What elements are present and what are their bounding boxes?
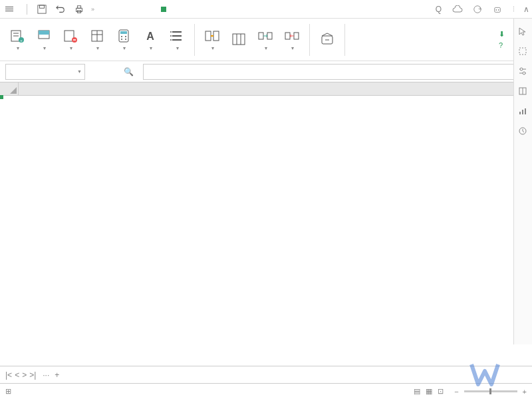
svg-rect-54 bbox=[525, 108, 526, 114]
format-icon bbox=[89, 28, 105, 44]
ribbon-toc[interactable]: ▾ bbox=[165, 28, 189, 51]
svg-point-23 bbox=[121, 36, 122, 37]
lookup-icon[interactable]: 🔍 bbox=[124, 67, 134, 76]
cursor-icon[interactable] bbox=[518, 27, 529, 37]
ribbon-fill[interactable]: ▾ bbox=[32, 28, 56, 51]
menu-left: » bbox=[3, 3, 94, 16]
svg-point-48 bbox=[520, 68, 523, 70]
robot-icon[interactable] bbox=[491, 3, 504, 16]
tab-member[interactable] bbox=[154, 7, 160, 12]
svg-point-25 bbox=[121, 39, 122, 40]
svg-point-26 bbox=[125, 39, 126, 40]
side-panel bbox=[513, 19, 532, 344]
svg-rect-3 bbox=[77, 5, 80, 8]
splittbl-icon bbox=[284, 28, 300, 44]
tab-layout[interactable] bbox=[114, 7, 120, 12]
ribbon-delete[interactable]: ▾ bbox=[59, 28, 82, 51]
help-link[interactable]: ⬇ bbox=[499, 30, 507, 39]
ribbon-divider bbox=[194, 24, 195, 56]
feedback-link[interactable]: ? bbox=[499, 41, 507, 49]
svg-point-32 bbox=[170, 35, 172, 37]
tab-view[interactable] bbox=[141, 7, 146, 12]
svg-rect-45 bbox=[519, 48, 526, 55]
svg-point-24 bbox=[125, 36, 126, 37]
active-cell-outline bbox=[0, 96, 3, 98]
status-bar: ⊞ ▤ ▦ ⊡ − + bbox=[0, 383, 532, 399]
search-box[interactable]: Q bbox=[436, 5, 444, 14]
sheet-first-icon[interactable]: |< bbox=[5, 370, 12, 380]
tab-formula[interactable] bbox=[121, 7, 126, 12]
more-icon[interactable]: ⋮ bbox=[511, 6, 517, 13]
fill-icon bbox=[36, 28, 52, 44]
formula-input[interactable] bbox=[143, 64, 527, 80]
status-mode-icon[interactable]: ⊞ bbox=[5, 387, 11, 396]
tab-dev[interactable] bbox=[148, 7, 153, 12]
svg-point-31 bbox=[170, 31, 172, 33]
calc-icon bbox=[116, 28, 132, 44]
properties-icon[interactable] bbox=[518, 86, 529, 97]
cloud-icon[interactable] bbox=[451, 3, 464, 16]
print-icon[interactable] bbox=[72, 3, 86, 16]
sheet-add-icon[interactable]: + bbox=[55, 370, 59, 380]
ribbon-calc[interactable]: ▾ bbox=[112, 28, 136, 51]
finance-icon bbox=[319, 31, 335, 47]
tab-insert[interactable] bbox=[108, 7, 113, 12]
view-layout-icon[interactable]: ⊡ bbox=[438, 387, 444, 396]
insert-icon: + bbox=[9, 28, 25, 44]
svg-text:+: + bbox=[20, 39, 23, 43]
svg-rect-53 bbox=[522, 110, 523, 114]
tab-data[interactable] bbox=[128, 7, 133, 12]
ribbon-split-table[interactable]: ▾ bbox=[280, 28, 304, 51]
backup-icon[interactable] bbox=[518, 126, 529, 137]
sheet-nav: |< < > >| bbox=[5, 370, 36, 380]
sheet-next-icon[interactable]: > bbox=[22, 370, 27, 380]
ribbon-split-col[interactable] bbox=[227, 31, 251, 49]
collapse-icon[interactable]: ∧ bbox=[523, 5, 529, 14]
zoom-in-icon[interactable]: + bbox=[523, 388, 527, 396]
svg-rect-40 bbox=[267, 33, 272, 39]
compare-icon bbox=[204, 28, 220, 44]
ribbon-insert[interactable]: + ▾ bbox=[5, 28, 29, 51]
sheet-more-icon[interactable]: ··· bbox=[39, 370, 53, 380]
fx-area: 🔍 bbox=[124, 67, 138, 76]
sheet-last-icon[interactable]: >| bbox=[29, 370, 36, 380]
search-q-icon: Q bbox=[436, 5, 442, 14]
ribbon-format[interactable]: ▾ bbox=[85, 28, 109, 51]
settings-icon[interactable] bbox=[518, 66, 529, 77]
svg-rect-52 bbox=[519, 112, 521, 114]
undo-icon[interactable] bbox=[54, 3, 67, 16]
file-menu[interactable] bbox=[3, 7, 19, 11]
ribbon-text[interactable]: A ▾ bbox=[138, 28, 162, 51]
view-normal-icon[interactable]: ▤ bbox=[414, 387, 420, 396]
spreadsheet-grid bbox=[0, 82, 532, 366]
svg-rect-22 bbox=[120, 31, 127, 34]
tab-review[interactable] bbox=[134, 7, 140, 12]
zoom-slider[interactable] bbox=[464, 390, 517, 392]
tab-smart-toolbox[interactable] bbox=[161, 7, 166, 12]
save-icon[interactable] bbox=[35, 3, 49, 16]
sheet-prev-icon[interactable]: < bbox=[15, 370, 19, 380]
name-box[interactable] bbox=[5, 64, 85, 80]
sync-icon[interactable] bbox=[471, 3, 484, 16]
select-all-corner[interactable] bbox=[0, 82, 19, 95]
hamburger-icon bbox=[5, 7, 13, 11]
svg-point-6 bbox=[495, 9, 497, 11]
analytics-icon[interactable] bbox=[518, 106, 529, 117]
ribbon-merge[interactable]: ▾ bbox=[253, 28, 277, 51]
svg-rect-5 bbox=[495, 7, 501, 12]
svg-point-49 bbox=[523, 72, 525, 74]
chevron-icon[interactable]: » bbox=[91, 6, 94, 13]
status-right: ▤ ▦ ⊡ − + bbox=[414, 387, 527, 396]
ribbon-finance[interactable] bbox=[315, 31, 339, 49]
tab-start[interactable] bbox=[101, 7, 106, 12]
svg-rect-42 bbox=[294, 33, 299, 39]
text-icon: A bbox=[142, 28, 158, 44]
formula-bar: 🔍 bbox=[0, 61, 532, 82]
svg-rect-14 bbox=[39, 31, 49, 35]
select-icon[interactable] bbox=[518, 47, 529, 57]
ribbon-divider bbox=[309, 24, 310, 56]
svg-rect-41 bbox=[285, 33, 290, 39]
view-page-icon[interactable]: ▦ bbox=[426, 387, 432, 396]
zoom-out-icon[interactable]: − bbox=[454, 388, 458, 396]
ribbon-compare[interactable]: ▾ bbox=[200, 28, 224, 51]
